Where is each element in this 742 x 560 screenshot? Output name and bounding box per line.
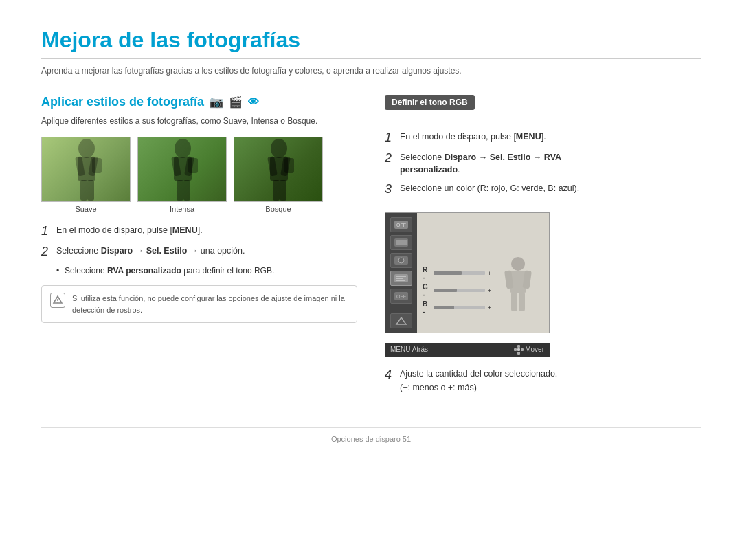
- step-right-text-3: Seleccione un color (R: rojo, G: verde, …: [400, 182, 701, 195]
- steps-right: 1 En el modo de disparo, pulse [MENU]. 2…: [385, 131, 701, 197]
- svg-rect-45: [521, 348, 524, 351]
- photo-item-bosque: Bosque: [234, 137, 323, 213]
- rgb-row-b: B - +: [423, 300, 491, 315]
- photo-item-suave: Suave: [41, 137, 131, 213]
- rgb-label-r: R -: [423, 266, 431, 281]
- step-4-container: 4 Ajuste la cantidad del color seleccion…: [385, 368, 701, 395]
- svg-point-14: [271, 139, 287, 158]
- camera-ui: OFF OFF: [385, 212, 550, 333]
- rgb-track-r: [434, 271, 485, 275]
- step-right-num-4: 4: [385, 368, 400, 383]
- svg-point-7: [175, 139, 191, 158]
- svg-point-36: [511, 257, 525, 271]
- step-left-2: 2 Seleccione Disparo → Sel. Estilo → una…: [41, 245, 357, 260]
- person-silhouette: [497, 257, 539, 322]
- camera-icon: 📷: [210, 96, 223, 109]
- step-right-text-4: Ajuste la cantidad del color seleccionad…: [400, 368, 701, 395]
- svg-rect-41: [519, 292, 525, 311]
- section-title-text: Aplicar estilos de fotografía: [41, 95, 204, 109]
- camera-mover-label: Mover: [525, 346, 544, 353]
- svg-point-22: [57, 302, 58, 303]
- rgb-plus-b: +: [488, 304, 491, 311]
- step-num-2: 2: [41, 245, 56, 260]
- rgb-fill-g: [434, 289, 457, 292]
- page-divider: [41, 58, 701, 59]
- step-text-1: En el modo de disparo, pulse [MENU].: [56, 224, 357, 237]
- rgb-label-b: B -: [423, 300, 431, 315]
- svg-rect-40: [511, 292, 517, 311]
- svg-rect-43: [514, 348, 517, 351]
- steps-left: 1 En el modo de disparo, pulse [MENU]. 2…: [41, 224, 357, 277]
- svg-rect-42: [517, 345, 520, 348]
- main-content: Aplicar estilos de fotografía 📷 🎬 👁 Apli…: [41, 95, 701, 400]
- left-column: Aplicar estilos de fotografía 📷 🎬 👁 Apli…: [41, 95, 357, 400]
- define-badge: Definir el tono RGB: [385, 95, 475, 110]
- svg-rect-4: [80, 180, 87, 201]
- camera-bottom-bar: MENU Atrás Mover: [385, 343, 550, 357]
- photos-row: Suave Intensa: [41, 137, 357, 213]
- step-right-1: 1 En el modo de disparo, pulse [MENU].: [385, 131, 701, 146]
- svg-point-28: [398, 258, 404, 263]
- extra-icon: 👁: [248, 96, 259, 109]
- camera-ui-wrapper: OFF OFF: [385, 203, 701, 357]
- menu-icon-3: [390, 253, 412, 268]
- right-column: Definir el tono RGB 1 En el modo de disp…: [385, 95, 701, 400]
- rgb-label-g: G -: [423, 283, 431, 298]
- camera-content: R - + G - +: [417, 213, 549, 333]
- menu-icon-2: [390, 235, 412, 250]
- step-right-2: 2 Seleccione Disparo → Sel. Estilo → RVA…: [385, 151, 701, 177]
- svg-rect-19: [280, 180, 286, 201]
- page-title: Mejora de las fotografías: [41, 27, 701, 53]
- svg-rect-44: [517, 348, 520, 351]
- svg-rect-5: [87, 180, 94, 201]
- svg-text:OFF: OFF: [396, 223, 406, 227]
- rgb-row-g: G - +: [423, 283, 491, 298]
- bullet-list-left: Seleccione RVA personalizado para defini…: [56, 265, 357, 277]
- rgb-track-g: [434, 289, 485, 292]
- step-right-num-2: 2: [385, 151, 400, 166]
- camera-menu-atr: MENU Atrás: [390, 346, 428, 353]
- photo-item-intensa: Intensa: [137, 137, 227, 213]
- photo-label-suave: Suave: [75, 205, 96, 213]
- svg-point-0: [78, 139, 95, 158]
- step-right-4: 4 Ajuste la cantidad del color seleccion…: [385, 368, 701, 395]
- notice-text: Si utiliza esta función, no puede config…: [72, 293, 348, 315]
- svg-marker-35: [396, 317, 406, 324]
- camera-menu-panel: OFF OFF: [385, 213, 417, 333]
- svg-rect-13: [188, 158, 198, 173]
- step-left-1: 1 En el modo de disparo, pulse [MENU].: [41, 224, 357, 239]
- rgb-track-b: [434, 306, 485, 309]
- svg-rect-18: [273, 180, 280, 201]
- svg-rect-46: [517, 352, 520, 355]
- rgb-plus-r: +: [488, 270, 491, 277]
- video-icon: 🎬: [229, 96, 243, 109]
- section-description: Aplique diferentes estilos a sus fotogra…: [41, 115, 357, 127]
- svg-rect-20: [284, 158, 294, 173]
- bullet-item-1: Seleccione RVA personalizado para defini…: [56, 265, 357, 277]
- svg-rect-26: [396, 240, 407, 245]
- section-title-left: Aplicar estilos de fotografía 📷 🎬 👁: [41, 95, 357, 109]
- rgb-fill-r: [434, 271, 462, 275]
- svg-rect-11: [177, 180, 183, 201]
- photo-label-bosque: Bosque: [265, 205, 291, 213]
- svg-rect-6: [92, 158, 102, 173]
- step-right-num-3: 3: [385, 182, 400, 197]
- footer-text: Opciones de disparo 51: [331, 435, 411, 443]
- photo-intensa: [137, 137, 227, 202]
- page-subtitle: Aprenda a mejorar las fotografías gracia…: [41, 66, 701, 76]
- rgb-plus-g: +: [488, 287, 491, 294]
- menu-icon-6: [390, 313, 412, 328]
- step-right-text-1: En el modo de disparo, pulse [MENU].: [400, 131, 701, 144]
- step-right-text-2: Seleccione Disparo → Sel. Estilo → RVApe…: [400, 151, 701, 177]
- photo-bosque: [234, 137, 323, 202]
- rgb-fill-b: [434, 306, 454, 309]
- notice-box: Si utiliza esta función, no puede config…: [41, 285, 357, 323]
- photo-suave: [41, 137, 131, 202]
- rgb-row-r: R - +: [423, 266, 491, 281]
- menu-icon-4: [390, 271, 412, 286]
- menu-icon-5: OFF: [390, 289, 412, 304]
- menu-icon-1: OFF: [390, 217, 412, 232]
- rgb-sliders: R - + G - +: [423, 266, 491, 317]
- notice-icon: [50, 293, 65, 308]
- step-num-1: 1: [41, 224, 56, 239]
